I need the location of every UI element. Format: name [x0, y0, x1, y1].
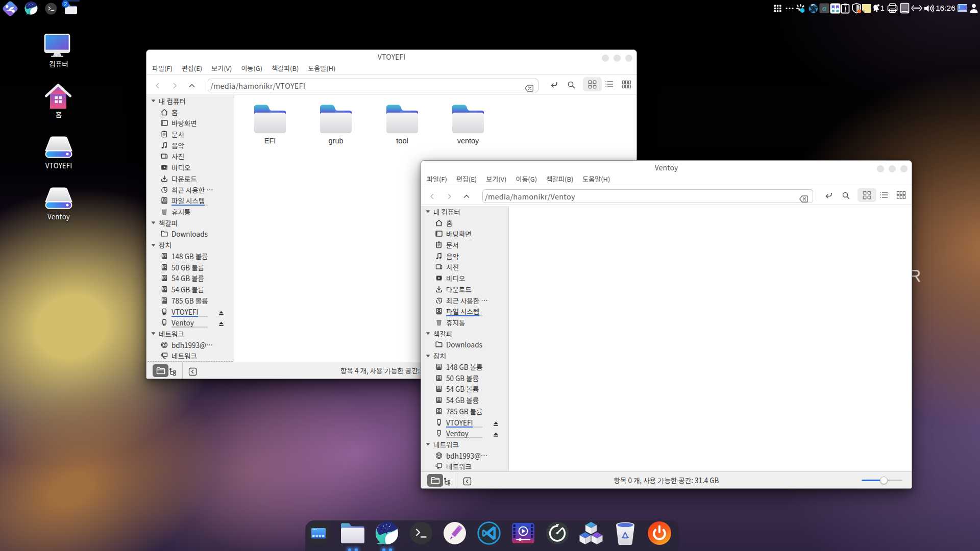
svg-text:α: α	[822, 5, 826, 12]
